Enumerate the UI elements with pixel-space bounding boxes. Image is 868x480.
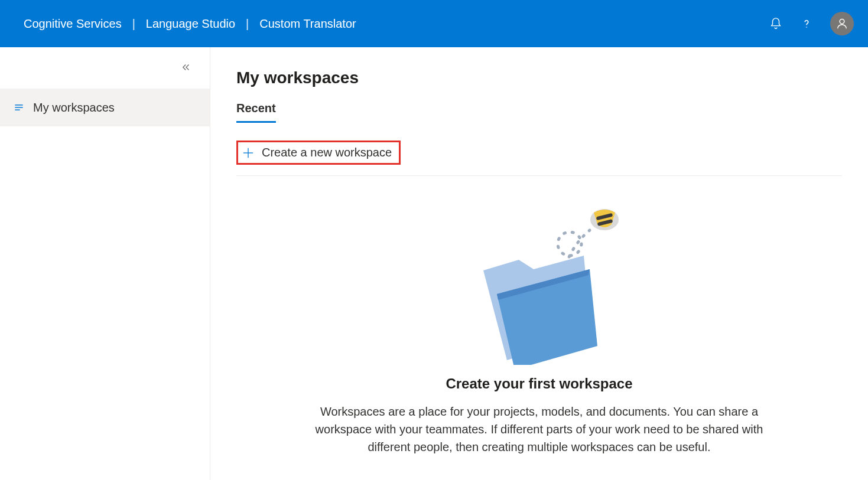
- sidebar: My workspaces: [0, 47, 210, 480]
- sidebar-item-my-workspaces[interactable]: My workspaces: [0, 89, 210, 126]
- svg-point-0: [806, 27, 807, 28]
- breadcrumb-custom-translator[interactable]: Custom Translator: [259, 17, 356, 31]
- empty-folder-illustration: [451, 200, 628, 365]
- sidebar-item-label: My workspaces: [33, 101, 115, 115]
- breadcrumb: Cognitive Services | Language Studio | C…: [24, 17, 356, 31]
- user-avatar[interactable]: [830, 12, 854, 35]
- header-actions: [769, 12, 854, 35]
- plus-icon: [242, 146, 255, 159]
- breadcrumb-separator: |: [246, 17, 249, 31]
- breadcrumb-cognitive-services[interactable]: Cognitive Services: [24, 17, 122, 31]
- svg-point-1: [840, 19, 844, 24]
- breadcrumb-separator: |: [132, 17, 135, 31]
- page-title: My workspaces: [236, 68, 842, 87]
- main-content: My workspaces Recent Create a new worksp…: [210, 47, 868, 480]
- collapse-sidebar-icon[interactable]: [180, 61, 192, 73]
- notifications-icon[interactable]: [769, 17, 783, 31]
- help-icon[interactable]: [799, 17, 814, 31]
- empty-state: Create your first workspace Workspaces a…: [297, 200, 782, 456]
- top-header: Cognitive Services | Language Studio | C…: [0, 0, 868, 47]
- create-workspace-label: Create a new workspace: [262, 146, 392, 159]
- empty-state-heading: Create your first workspace: [446, 375, 632, 392]
- tab-recent[interactable]: Recent: [236, 102, 276, 123]
- breadcrumb-language-studio[interactable]: Language Studio: [146, 17, 235, 31]
- tabs: Recent: [236, 102, 842, 123]
- sidebar-nav: My workspaces: [0, 89, 210, 126]
- create-workspace-button[interactable]: Create a new workspace: [236, 141, 401, 165]
- empty-state-description: Workspaces are a place for your projects…: [309, 403, 770, 456]
- toolbar: Create a new workspace: [236, 141, 842, 176]
- list-icon: [13, 102, 25, 113]
